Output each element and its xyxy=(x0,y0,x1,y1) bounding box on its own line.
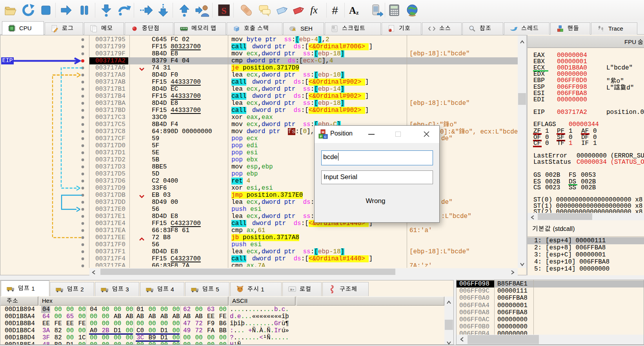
svg-text:z: z xyxy=(356,9,359,16)
svg-text:#: # xyxy=(332,4,338,16)
svg-text:x=: x= xyxy=(290,287,295,292)
svg-text:M: M xyxy=(322,130,324,134)
svg-text:F: F xyxy=(320,135,322,138)
svg-text:C: C xyxy=(324,135,327,139)
svg-text:fx: fx xyxy=(310,4,318,16)
svg-text:!: ! xyxy=(293,28,294,31)
svg-text:A: A xyxy=(349,5,356,16)
svg-text:S: S xyxy=(221,5,226,16)
